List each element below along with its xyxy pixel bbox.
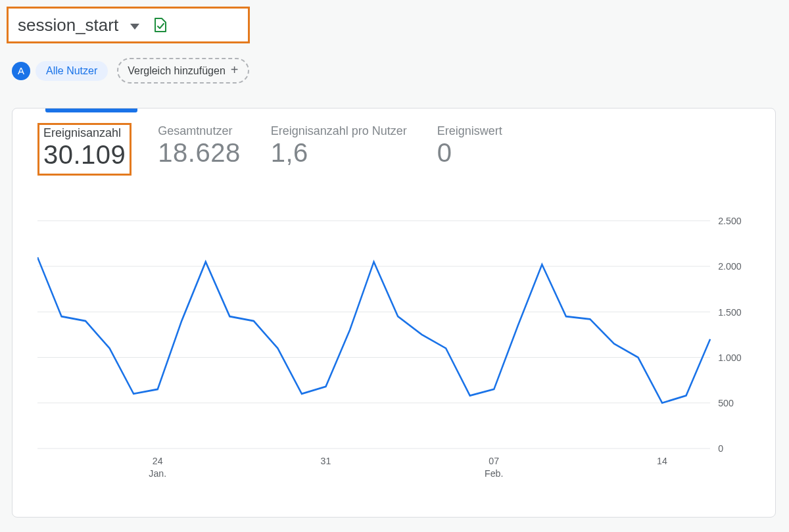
event-name: session_start [18,15,118,36]
x-axis-tick: Jan. [149,468,166,479]
chevron-down-icon [130,24,139,30]
y-axis-tick: 2.000 [718,261,741,272]
x-axis-tick: 14 [657,455,667,466]
y-axis-tick: 500 [718,398,734,409]
x-axis-tick: 31 [321,455,331,466]
active-tab-indicator [45,109,137,112]
metric-value: 18.628 [158,138,240,168]
metric-label: Ereignisanzahl [43,126,126,140]
y-axis-tick: 0 [718,443,723,454]
metric-value: 30.109 [43,140,126,170]
x-axis-tick: Feb. [485,468,503,479]
metric-label: Gesamtnutzer [158,124,240,138]
series-line [37,257,710,403]
metric-label: Ereignisanzahl pro Nutzer [271,124,407,138]
chart-svg: 05001.0001.5002.0002.50024Jan.3107Feb.14 [37,214,757,484]
metrics-row: Ereignisanzahl30.109Gesamtnutzer18.628Er… [37,123,750,176]
report-card: Ereignisanzahl30.109Gesamtnutzer18.628Er… [12,108,776,518]
segments-row: A Alle Nutzer Vergleich hinzufügen + [12,58,249,84]
y-axis-tick: 1.500 [718,306,741,318]
x-axis-tick: 24 [153,455,163,466]
metric-value: 1,6 [271,138,407,168]
event-selector[interactable]: session_start [7,7,250,43]
chart: 05001.0001.5002.0002.50024Jan.3107Feb.14 [37,214,757,484]
metric-ereignisanzahl[interactable]: Ereignisanzahl30.109 [37,123,132,176]
segment-all-users[interactable]: Alle Nutzer [36,61,108,81]
sheet-check-icon [153,17,168,33]
metric-value: 0 [437,138,502,168]
plus-icon: + [231,62,239,78]
metric-ereignisanzahl-pro-nutzer[interactable]: Ereignisanzahl pro Nutzer1,6 [267,123,411,176]
metric-label: Ereigniswert [437,124,502,138]
y-axis-tick: 2.500 [718,216,741,227]
add-comparison-button[interactable]: Vergleich hinzufügen + [117,58,249,84]
y-axis-tick: 1.000 [718,352,741,363]
add-comparison-label: Vergleich hinzufügen [128,65,226,77]
segment-badge: A [12,62,30,80]
metric-ereigniswert[interactable]: Ereigniswert0 [433,123,506,176]
metric-gesamtnutzer[interactable]: Gesamtnutzer18.628 [154,123,244,176]
x-axis-tick: 07 [489,455,499,466]
